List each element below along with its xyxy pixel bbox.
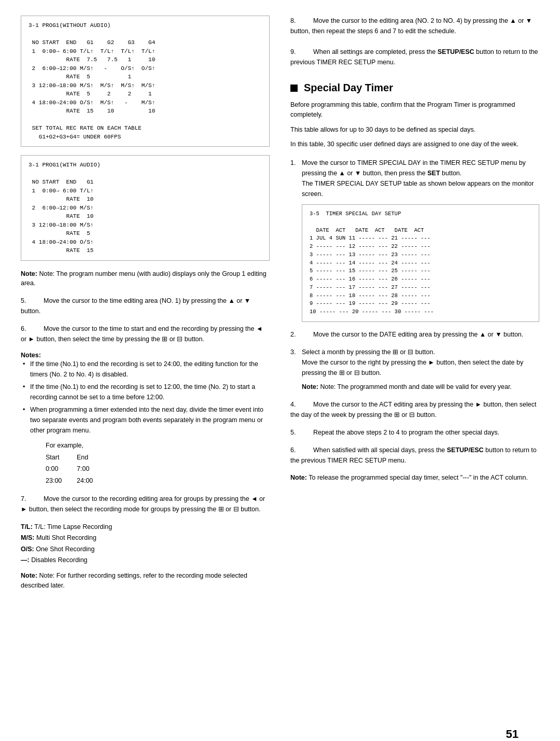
note-further: Note: Note: For further recording settin… [21,571,270,591]
page-wrapper: 3-1 PROG1(WITHOUT AUDIO) NO START END G1… [21,16,539,741]
intro-2: This table allows for up to 30 days to b… [290,125,539,135]
note-bullet-3: When programming a timer extended into t… [21,404,270,486]
page-layout: 3-1 PROG1(WITHOUT AUDIO) NO START END G1… [21,16,539,598]
intro-3: In this table, 30 specific user defined … [290,139,539,149]
right-item-4: 4. Move the cursor to the ACT editing ar… [290,399,539,420]
black-square-icon [290,85,298,92]
code-box-1: 3-1 PROG1(WITHOUT AUDIO) NO START END G1… [21,16,270,147]
note-release: Note: To release the programmed special … [290,473,539,483]
right-column: 8. Move the cursor to the editing area (… [290,16,539,598]
legend-ms: M/S: Multi Shot Recording [21,533,270,543]
code-box-2: 3-1 PROG1(WITH AUDIO) NO START END G1 1 … [21,155,270,261]
right-item-1: 1. Move the cursor to TIMER SPECIAL DAY … [290,158,539,322]
right-item-3: 3. Select a month by pressing the ⊞ or ⊟… [290,347,539,392]
right-item-5: 5. Repeat the above steps 2 to 4 to prog… [290,427,539,438]
item-5: 5. Move the cursor to the time editing a… [21,296,270,316]
legend-tl: T/L: T/L: Time Lapse Recording [21,522,270,533]
code-box-special-day: 3-5 TIMER SPECIAL DAY SETUP DATE ACT DAT… [302,204,539,322]
item-7: 7. Move the cursor to the recording edit… [21,494,270,514]
item-6: 6. Move the cursor to the time to start … [21,324,270,344]
right-item-2: 2. Move the cursor to the DATE editing a… [290,329,539,340]
item-9: 9. When all settings are completed, pres… [290,47,539,67]
page-number: 51 [506,728,519,741]
note-programmed: Note: Note: The programmed month and dat… [302,382,539,392]
note-bullet-2: If the time (No.1) to end the recording … [21,382,270,402]
intro-1: Before programming this table, confirm t… [290,100,539,120]
right-item-6: 6. When satisfied with all special days,… [290,445,539,466]
notes-block: Notes: If the time (No.1) to end the rec… [21,352,270,486]
section-title: Special Day Timer [290,82,539,94]
legend-dash: —: Disables Recording [21,555,270,566]
note-bullet-1: If the time (No.1) to end the recording … [21,359,270,380]
item-8: 8. Move the cursor to the editing area (… [290,16,539,36]
example-block: For example, StartEnd 0:007:00 23:0024:0… [46,440,270,486]
legend-block: T/L: T/L: Time Lapse Recording M/S: Mult… [21,522,270,566]
left-column: 3-1 PROG1(WITHOUT AUDIO) NO START END G1… [21,16,270,598]
legend-os: O/S: One Shot Recording [21,544,270,555]
note-program: Note: Note: The program number menu (wit… [21,269,270,289]
